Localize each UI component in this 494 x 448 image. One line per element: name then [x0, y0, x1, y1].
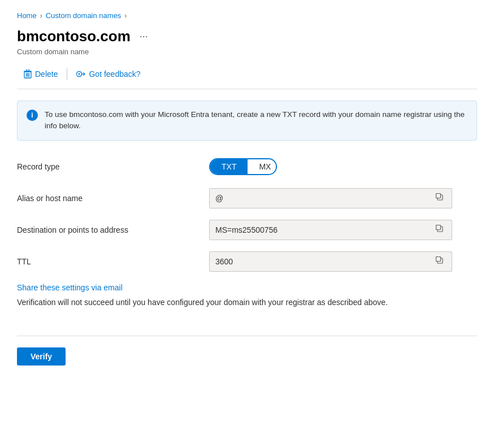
svg-rect-14: [436, 256, 441, 261]
alias-field-area: @: [209, 188, 452, 208]
verification-note: Verification will not succeed until you …: [17, 297, 477, 308]
record-type-label: Record type: [17, 162, 209, 171]
copy-icon: [436, 256, 444, 264]
svg-point-7: [79, 73, 80, 75]
feedback-icon: [76, 70, 85, 78]
copy-icon: [436, 225, 444, 233]
svg-rect-5: [27, 69, 29, 71]
breadcrumb-home[interactable]: Home: [17, 11, 37, 20]
breadcrumb-custom-domain-names[interactable]: Custom domain names: [46, 11, 122, 20]
toolbar-divider: [67, 68, 67, 80]
breadcrumb-sep2: ›: [124, 12, 127, 20]
destination-row: Destination or points to address MS=ms25…: [17, 220, 477, 240]
svg-rect-2: [27, 73, 28, 77]
ttl-field: 3600: [209, 251, 452, 272]
ttl-row: TTL 3600: [17, 251, 477, 272]
alias-field: @: [209, 188, 452, 208]
alias-value: @: [215, 194, 434, 203]
feedback-button[interactable]: Got feedback?: [70, 66, 147, 82]
breadcrumb-sep1: ›: [40, 12, 42, 20]
page-subtitle: Custom domain name: [17, 47, 477, 56]
alias-copy-button[interactable]: [434, 192, 446, 205]
form-section: Record type TXT MX Alias or host name @: [17, 156, 477, 336]
destination-field: MS=ms25500756: [209, 220, 452, 240]
record-type-toggle[interactable]: TXT MX: [209, 158, 277, 175]
destination-copy-button[interactable]: [434, 224, 446, 236]
toggle-txt[interactable]: TXT: [210, 159, 248, 174]
alias-row: Alias or host name @: [17, 188, 477, 208]
delete-button[interactable]: Delete: [17, 66, 64, 82]
svg-rect-1: [26, 73, 27, 77]
verify-button[interactable]: Verify: [17, 347, 66, 366]
page-title: bmcontoso.com: [17, 28, 131, 45]
ttl-value: 3600: [215, 257, 434, 266]
toolbar: Delete Got feedback?: [17, 66, 477, 89]
breadcrumb: Home › Custom domain names ›: [17, 11, 477, 20]
record-type-row: Record type TXT MX: [17, 156, 477, 177]
info-banner: i To use bmcontoso.com with your Microso…: [17, 101, 477, 141]
svg-rect-12: [436, 225, 441, 229]
delete-label: Delete: [35, 69, 58, 79]
svg-rect-3: [29, 73, 29, 77]
more-options-button[interactable]: ···: [136, 29, 151, 44]
destination-value: MS=ms25500756: [215, 225, 434, 234]
svg-rect-10: [436, 193, 441, 198]
info-banner-text: To use bmcontoso.com with your Microsoft…: [45, 109, 467, 132]
destination-label: Destination or points to address: [17, 225, 209, 234]
page-title-row: bmcontoso.com ···: [17, 28, 477, 45]
ttl-label: TTL: [17, 257, 209, 266]
feedback-label: Got feedback?: [89, 69, 140, 79]
bottom-divider: [17, 336, 477, 336]
destination-field-area: MS=ms25500756: [209, 220, 452, 240]
trash-icon: [24, 69, 32, 79]
toggle-mx[interactable]: MX: [248, 159, 277, 174]
share-email-link[interactable]: Share these settings via email: [17, 283, 477, 292]
info-icon: i: [27, 110, 38, 121]
copy-icon: [436, 193, 444, 201]
ttl-field-area: 3600: [209, 251, 452, 272]
ttl-copy-button[interactable]: [434, 255, 446, 268]
record-type-toggle-area: TXT MX: [209, 158, 452, 175]
alias-label: Alias or host name: [17, 194, 209, 203]
